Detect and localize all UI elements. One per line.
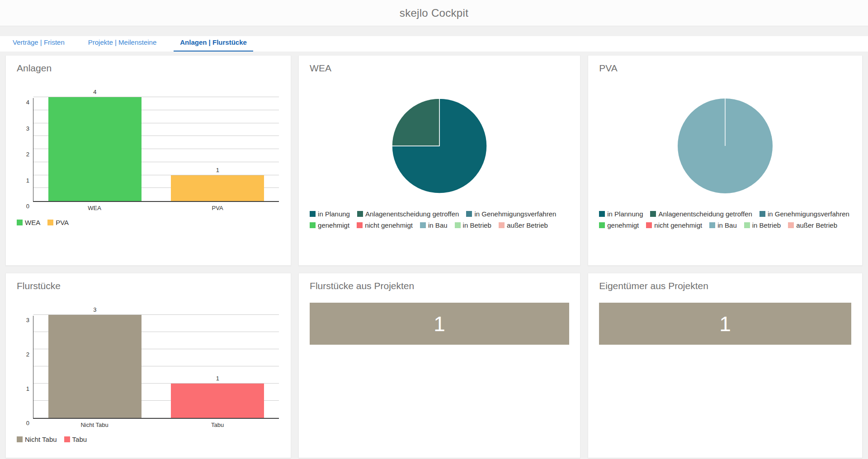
x-axis-label: WEA <box>33 205 156 211</box>
legend-swatch-icon <box>310 222 316 228</box>
legend-label: in Plannung <box>607 210 643 218</box>
legend-item[interactable]: in Betrieb <box>455 221 491 229</box>
bar-bands: 31 <box>33 316 279 418</box>
anlagen-card: Anlagen 0123441WEAPVAWEAPVA <box>5 55 291 266</box>
legend-label: WEA <box>25 219 40 226</box>
bar-plot-area: 012331 <box>33 316 279 419</box>
legend-label: in Genehmigungsverfahren <box>474 210 556 218</box>
legend-item[interactable]: in Plannung <box>599 210 643 218</box>
dashboard-grid: Anlagen 0123441WEAPVAWEAPVA WEA in Planu… <box>0 52 868 458</box>
legend-swatch-icon <box>499 222 505 228</box>
card-title: Anlagen <box>17 63 280 76</box>
legend-item[interactable]: Anlagenentscheidung getroffen <box>357 210 459 218</box>
kpi-box-eigentuemer[interactable]: 1 <box>599 303 851 345</box>
legend-item[interactable]: in Planung <box>310 210 350 218</box>
legend-item[interactable]: in Genehmigungsverfahren <box>466 210 556 218</box>
legend-swatch-icon <box>788 222 794 228</box>
bar-category-band: 1 <box>156 316 279 418</box>
flurstuecke-aus-projekten-card: Flurstücke aus Projekten 1 <box>298 273 580 458</box>
legend-item[interactable]: Tabu <box>64 436 87 443</box>
legend-swatch-icon <box>357 211 363 217</box>
pva-pie-chart: in PlannungAnlagenentscheidung getroffen… <box>599 96 851 229</box>
flurstuecke-card: Flurstücke 012331Nicht TabuTabuNicht Tab… <box>5 273 291 458</box>
legend-item[interactable]: außer Betrieb <box>788 221 837 229</box>
legend-label: außer Betrieb <box>507 221 548 229</box>
tab-anlagen-flurstuecke[interactable]: Anlagen | Flurstücke <box>174 36 253 52</box>
legend-label: in Bau <box>717 221 737 229</box>
x-axis-label: Tabu <box>156 422 279 428</box>
pie-chart-holder <box>599 96 851 196</box>
legend-item[interactable]: Nicht Tabu <box>17 436 57 443</box>
y-axis-tick-label: 0 <box>16 203 29 209</box>
legend-label: nicht genehmigt <box>365 221 413 229</box>
bar-chart-plot-wrap: 0123441WEAPVA <box>33 98 279 211</box>
legend-item[interactable]: in Bau <box>420 221 448 229</box>
bar[interactable] <box>171 384 264 418</box>
legend-item[interactable]: PVA <box>47 219 69 226</box>
bar-value-label: 1 <box>156 375 279 382</box>
anlagen-bar-chart: 0123441WEAPVAWEAPVA <box>17 98 280 226</box>
bar-category-band: 1 <box>156 98 279 201</box>
legend-label: in Betrieb <box>463 221 491 229</box>
legend-label: in Bau <box>428 221 448 229</box>
legend-item[interactable]: genehmigt <box>310 221 349 229</box>
pie-slice[interactable] <box>392 98 439 146</box>
legend-item[interactable]: WEA <box>17 219 40 226</box>
legend-swatch-icon <box>420 222 426 228</box>
bar-plot-area: 0123441 <box>33 98 279 202</box>
legend-swatch-icon <box>599 211 605 217</box>
chart-legend: Nicht TabuTabu <box>17 436 280 443</box>
legend-swatch-icon <box>17 436 23 442</box>
legend-label: genehmigt <box>318 221 349 229</box>
chart-legend: WEAPVA <box>17 219 280 226</box>
y-axis-tick-label: 3 <box>16 126 29 131</box>
y-axis-tick-label: 2 <box>16 351 29 357</box>
bar-category-band: 4 <box>33 98 156 201</box>
card-title: PVA <box>599 63 851 76</box>
legend-item[interactable]: außer Betrieb <box>499 221 548 229</box>
legend-item[interactable]: in Genehmigungsverfahren <box>760 210 849 218</box>
legend-label: in Planung <box>318 210 350 218</box>
flurstuecke-bar-chart: 012331Nicht TabuTabuNicht TabuTabu <box>17 316 280 443</box>
y-axis-tick-label: 2 <box>16 151 29 157</box>
legend-label: PVA <box>56 219 69 226</box>
bar[interactable] <box>48 97 142 201</box>
bar-bands: 41 <box>33 98 279 201</box>
legend-item[interactable]: nicht genehmigt <box>646 221 702 229</box>
legend-label: nicht genehmigt <box>654 221 702 229</box>
tab-projekte-meilensteine[interactable]: Projekte | Meilensteine <box>82 36 163 52</box>
legend-item[interactable]: nicht genehmigt <box>357 221 413 229</box>
legend-swatch-icon <box>709 222 715 228</box>
legend-item[interactable]: Anlagenentscheidung getroffen <box>650 210 752 218</box>
legend-swatch-icon <box>17 220 23 225</box>
tab-vertraege-fristen[interactable]: Verträge | Fristen <box>6 36 71 52</box>
legend-swatch-icon <box>357 222 363 228</box>
legend-swatch-icon <box>64 436 70 442</box>
legend-swatch-icon <box>310 211 316 217</box>
legend-item[interactable]: in Betrieb <box>744 221 781 229</box>
legend-label: Nicht Tabu <box>25 436 57 443</box>
legend-label: in Betrieb <box>752 221 781 229</box>
bar-value-label: 3 <box>33 306 156 313</box>
legend-swatch-icon <box>47 220 53 225</box>
bar[interactable] <box>48 315 142 418</box>
legend-item[interactable]: in Bau <box>709 221 737 229</box>
bar[interactable] <box>171 175 264 201</box>
kpi-box-flurstuecke[interactable]: 1 <box>310 303 569 345</box>
pie-chart-svg <box>675 96 775 196</box>
y-axis-tick-label: 0 <box>16 420 29 426</box>
legend-swatch-icon <box>760 211 765 217</box>
bar-value-label: 4 <box>33 89 156 95</box>
pva-card: PVA in PlannungAnlagenentscheidung getro… <box>588 55 863 266</box>
y-axis-tick-label: 1 <box>16 178 29 183</box>
legend-item[interactable]: genehmigt <box>599 221 639 229</box>
x-axis-label: Nicht Tabu <box>33 422 156 428</box>
kpi-value: 1 <box>719 312 731 336</box>
legend-swatch-icon <box>650 211 656 217</box>
tab-bar: Verträge | Fristen Projekte | Meilenstei… <box>0 36 868 52</box>
x-axis-labels: Nicht TabuTabu <box>33 422 279 428</box>
legend-label: außer Betrieb <box>796 221 837 229</box>
wea-pie-chart: in PlanungAnlagenentscheidung getroffeni… <box>310 96 569 229</box>
y-axis-tick-label: 1 <box>16 386 29 392</box>
wea-card: WEA in PlanungAnlagenentscheidung getrof… <box>298 55 580 266</box>
